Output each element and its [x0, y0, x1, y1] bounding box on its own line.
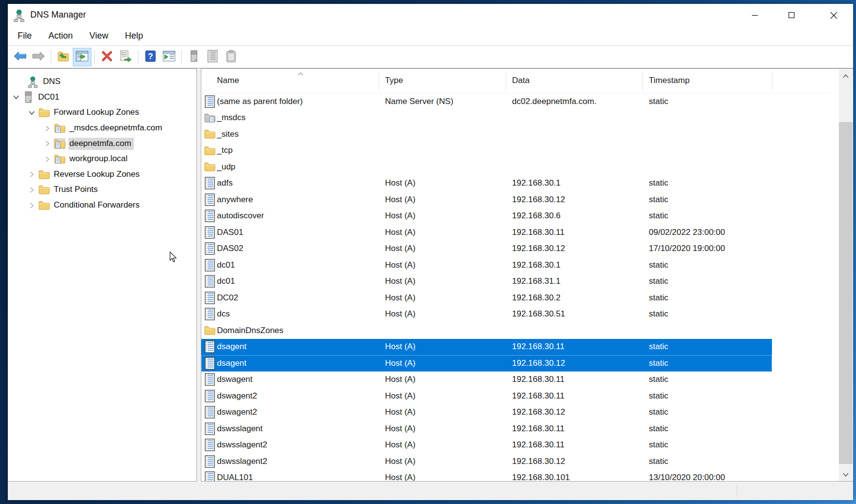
server-button[interactable]	[185, 48, 203, 66]
column-header-data[interactable]: Data	[512, 76, 530, 85]
tree-item-dns[interactable]: DNS	[8, 74, 196, 90]
record-timestamp: static	[649, 391, 668, 401]
record-timestamp: 13/10/2020 20:00:00	[649, 473, 725, 482]
header-separator[interactable]	[642, 72, 643, 90]
content-area: DNS DC01 Forward Lookup Zones _msdcs.dee…	[8, 68, 853, 482]
chevron-right-icon[interactable]	[25, 170, 38, 178]
column-header-name[interactable]: Name	[217, 76, 239, 85]
tree-item-reverse-lookup-zones[interactable]: Reverse Lookup Zones	[8, 167, 196, 183]
title-bar: DNS Manager	[8, 4, 853, 26]
record-row[interactable]: (same as parent folder)Name Server (NS)d…	[201, 93, 838, 110]
toolbar-separator	[138, 50, 138, 64]
vertical-scrollbar[interactable]	[839, 69, 853, 482]
show-console-tree-button[interactable]	[73, 48, 91, 66]
up-one-level-button[interactable]	[54, 48, 73, 66]
toolbar-separator	[181, 50, 182, 64]
record-icon	[204, 340, 215, 354]
record-timestamp: static	[649, 440, 668, 450]
column-header-type[interactable]: Type	[385, 76, 403, 85]
record-list-button[interactable]	[203, 48, 222, 66]
scroll-down-icon[interactable]	[839, 468, 853, 482]
record-row[interactable]: adfsHost (A)192.168.30.1static	[201, 175, 838, 192]
record-icon	[204, 471, 215, 482]
record-row[interactable]: dswsslagent2Host (A)192.168.30.11static	[201, 437, 838, 454]
record-timestamp: static	[649, 358, 668, 368]
menu-view[interactable]: View	[81, 26, 117, 45]
record-row[interactable]: DomainDnsZones	[201, 322, 838, 339]
chevron-right-icon[interactable]	[41, 140, 54, 147]
record-row[interactable]: dsagentHost (A)192.168.30.11static	[201, 339, 838, 356]
record-row[interactable]: _tcp	[201, 143, 838, 159]
record-row[interactable]: _sites	[201, 126, 838, 143]
maximize-button[interactable]	[775, 4, 808, 26]
chevron-right-icon[interactable]	[25, 186, 38, 194]
export-list-button[interactable]	[116, 48, 135, 66]
record-row[interactable]: dswagent2Host (A)192.168.30.12static	[201, 404, 838, 421]
back-icon	[14, 51, 26, 63]
chevron-down-icon[interactable]	[25, 109, 38, 117]
new-window-button[interactable]	[160, 48, 178, 66]
record-row[interactable]: DAS01Host (A)192.168.30.1109/02/2022 23:…	[201, 224, 838, 241]
record-row[interactable]: dswagentHost (A)192.168.30.11static	[201, 372, 838, 388]
tree-item-deepnetmfa-com[interactable]: deepnetmfa.com	[8, 136, 196, 151]
forward-button[interactable]	[29, 48, 48, 66]
record-icon	[204, 405, 215, 419]
close-button[interactable]	[817, 4, 850, 26]
delete-button[interactable]	[98, 48, 116, 66]
column-header-timestamp[interactable]: Timestamp	[649, 76, 689, 85]
record-row[interactable]: dc01Host (A)192.168.30.1static	[201, 257, 838, 273]
record-row[interactable]: dswsslagentHost (A)192.168.30.11static	[201, 420, 838, 437]
record-row[interactable]: dc01Host (A)192.168.31.1static	[201, 273, 838, 290]
record-type: Host (A)	[385, 228, 415, 237]
record-row[interactable]: DC02Host (A)192.168.30.2static	[201, 290, 838, 306]
scrollbar-thumb[interactable]	[839, 122, 853, 464]
record-row[interactable]: dswsslagent2Host (A)192.168.30.12static	[201, 453, 838, 470]
chevron-down-icon[interactable]	[10, 93, 22, 101]
show-console-tree-icon	[76, 51, 88, 63]
record-row[interactable]: dcsHost (A)192.168.30.51static	[201, 306, 838, 323]
selection-highlight	[201, 339, 772, 356]
menu-action[interactable]: Action	[40, 26, 81, 45]
tree-item-workgroup-local[interactable]: workgroup.local	[8, 151, 196, 167]
tree-item--msdcs-deepnetmfa-com[interactable]: _msdcs.deepnetmfa.com	[8, 121, 196, 136]
menu-file[interactable]: File	[14, 26, 40, 45]
header-separator[interactable]	[772, 72, 772, 90]
zone-icon	[54, 138, 65, 149]
menu-help[interactable]: Help	[117, 26, 151, 45]
tree-item-forward-lookup-zones[interactable]: Forward Lookup Zones	[8, 105, 196, 121]
record-timestamp: static	[649, 97, 668, 106]
record-row[interactable]: DAS02Host (A)192.168.30.1217/10/2020 19:…	[201, 241, 838, 257]
scroll-up-icon[interactable]	[839, 69, 853, 83]
header-separator[interactable]	[506, 72, 506, 90]
record-data: 192.168.30.12	[512, 244, 565, 253]
clipboard-button[interactable]	[222, 48, 240, 66]
chevron-right-icon[interactable]	[41, 155, 54, 163]
tree-item-conditional-forwarders[interactable]: Conditional Forwarders	[8, 198, 196, 213]
record-row[interactable]: autodiscoverHost (A)192.168.30.6static	[201, 208, 838, 225]
tree-item-trust-points[interactable]: Trust Points	[8, 182, 196, 198]
chevron-right-icon[interactable]	[41, 125, 54, 132]
record-timestamp: static	[649, 178, 668, 188]
record-row[interactable]: _udp	[201, 159, 838, 175]
help-button[interactable]: ?	[141, 48, 160, 66]
record-row[interactable]: anywhereHost (A)192.168.30.12static	[201, 191, 838, 208]
record-timestamp: static	[649, 342, 668, 352]
header-separator[interactable]	[379, 72, 379, 90]
forward-icon	[32, 51, 45, 63]
record-data: 192.168.30.11	[512, 391, 564, 401]
tree-item-dc01[interactable]: DC01	[8, 90, 196, 105]
chevron-right-icon[interactable]	[25, 202, 38, 210]
record-name: dc01	[217, 260, 235, 270]
record-row[interactable]: dsagentHost (A)192.168.30.12static	[201, 355, 838, 372]
tree-item-label: _msdcs.deepnetmfa.com	[68, 122, 165, 134]
record-row[interactable]: DUAL101Host (A)192.168.30.10113/10/2020 …	[201, 470, 838, 482]
record-row[interactable]: dswagent2Host (A)192.168.30.11static	[201, 388, 838, 404]
minimize-button[interactable]	[739, 4, 771, 26]
dns-manager-window: DNS Manager FileActionViewHelp	[8, 4, 853, 500]
record-name: _msdcs	[217, 113, 246, 123]
record-data: 192.168.30.12	[512, 457, 565, 466]
list-header: Name Type Data Timestamp	[201, 69, 853, 93]
back-button[interactable]	[11, 48, 29, 66]
folder-icon	[38, 185, 50, 195]
record-row[interactable]: _msdcs	[201, 110, 838, 126]
